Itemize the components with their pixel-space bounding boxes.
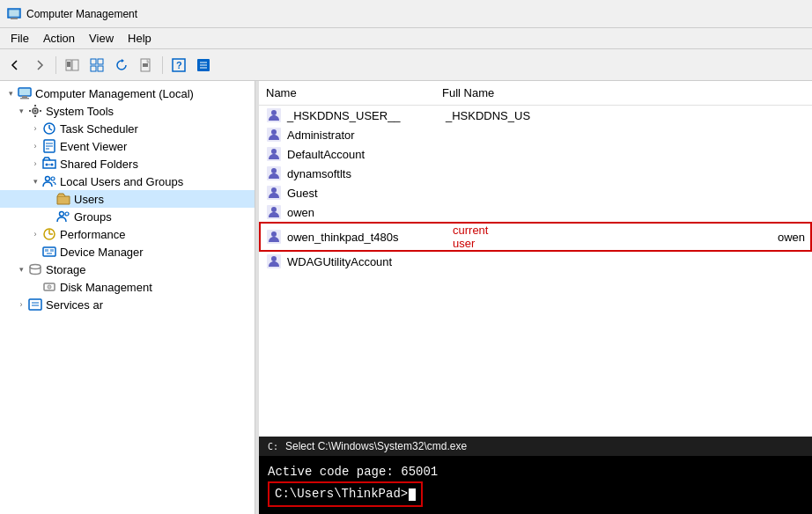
user-row-wdag[interactable]: WDAGUtilityAccount: [259, 252, 812, 271]
user-icon-default: [266, 146, 282, 162]
tree-item-local-users-groups[interactable]: ▾ Local Users and Groups: [0, 173, 255, 190]
back-button[interactable]: [4, 54, 26, 77]
device-manager-label: Device Manager: [60, 246, 144, 259]
tree-item-storage[interactable]: ▾ Storage: [0, 261, 255, 278]
shared-folders-label: Shared Folders: [60, 158, 138, 171]
storage-label: Storage: [46, 263, 86, 276]
svg-text:?: ?: [176, 60, 182, 70]
tree-item-root[interactable]: ▾ Computer Management (Local): [0, 84, 255, 102]
refresh-button[interactable]: [110, 54, 133, 77]
user-name-owen-thinkpad: owen_thinkpad_t480s: [287, 231, 446, 244]
svg-point-75: [271, 256, 277, 261]
svg-point-43: [51, 177, 55, 180]
computer-icon: [18, 86, 32, 100]
export-button[interactable]: [135, 54, 158, 77]
event-viewer-label: Event Viewer: [60, 140, 127, 153]
tree-item-performance[interactable]: › Performance: [0, 225, 255, 243]
cmd-icon: C:: [266, 439, 280, 453]
performance-icon: [42, 227, 56, 241]
svg-point-65: [271, 149, 277, 154]
user-row-owen-thinkpad[interactable]: owen_thinkpad_t480s current user owen: [259, 222, 812, 252]
local-users-groups-label: Local Users and Groups: [60, 175, 183, 188]
forward-button[interactable]: [28, 54, 51, 77]
user-row-owen[interactable]: owen: [259, 202, 812, 222]
cmd-title-bar[interactable]: C: Select C:\Windows\System32\cmd.exe: [259, 437, 812, 456]
svg-rect-5: [72, 60, 78, 70]
svg-rect-51: [50, 249, 54, 252]
toggle-services[interactable]: ›: [14, 297, 28, 312]
svg-rect-12: [98, 66, 103, 71]
tree-item-users[interactable]: › Users: [0, 190, 255, 208]
toggle-shared-folders[interactable]: ›: [28, 157, 42, 171]
svg-rect-11: [91, 66, 96, 71]
user-name-administrator: Administrator: [287, 128, 446, 142]
menu-bar: File Action View Help: [0, 28, 812, 49]
user-icon-administrator: [266, 127, 282, 143]
user-row-hskddns[interactable]: _HSKDDNS_USER__ _HSKDDNS_US: [259, 106, 812, 125]
svg-point-53: [30, 265, 41, 269]
menu-view[interactable]: View: [82, 30, 121, 47]
services-label: Services ar: [46, 298, 103, 312]
cmd-window: C: Select C:\Windows\System32\cmd.exe Ac…: [259, 437, 812, 514]
user-icon-dynamsoftlts: [266, 165, 282, 181]
help-button[interactable]: ?: [167, 54, 190, 77]
title-bar: Computer Management: [0, 0, 812, 28]
user-row-default[interactable]: DefaultAccount: [259, 144, 812, 164]
user-row-guest[interactable]: Guest: [259, 183, 812, 202]
user-name-owen: owen: [287, 206, 446, 219]
col-header-fullname[interactable]: Full Name: [442, 84, 618, 101]
svg-rect-2: [9, 10, 19, 17]
toggle-task-scheduler[interactable]: ›: [28, 121, 42, 136]
user-row-administrator[interactable]: Administrator: [259, 125, 812, 144]
users-label: Users: [74, 193, 104, 206]
show-scope-button[interactable]: [61, 54, 84, 77]
current-user-label: current user: [453, 224, 513, 250]
tree-item-shared-folders[interactable]: › Shared Folders: [0, 155, 255, 173]
tree-root: ▾ Computer Management (Local) ▾: [0, 81, 255, 317]
tree-panel[interactable]: ▾ Computer Management (Local) ▾: [0, 81, 255, 514]
properties-button[interactable]: [192, 54, 215, 77]
console-tree-button[interactable]: [85, 54, 108, 77]
user-name-wdag: WDAGUtilityAccount: [287, 255, 446, 268]
tree-item-groups[interactable]: › Groups: [0, 208, 255, 225]
tree-item-system-tools[interactable]: ▾ System Tools: [0, 102, 255, 120]
tree-item-disk-management[interactable]: Disk Management: [0, 278, 255, 296]
toolbar-separator-1: [55, 56, 56, 74]
column-headers: Name Full Name: [259, 81, 812, 106]
tree-item-services[interactable]: › Services ar: [0, 296, 255, 313]
toggle-root[interactable]: ▾: [4, 86, 18, 100]
menu-file[interactable]: File: [4, 30, 36, 47]
title-bar-text: Computer Management: [26, 8, 137, 20]
user-icon-owen-thinkpad: [266, 229, 282, 245]
svg-point-44: [60, 212, 64, 217]
col-header-name[interactable]: Name: [266, 84, 442, 101]
svg-rect-57: [29, 299, 41, 310]
app-icon: [7, 7, 21, 21]
toggle-performance[interactable]: ›: [28, 227, 42, 241]
toolbar-separator-2: [162, 56, 163, 74]
toggle-storage[interactable]: ▾: [14, 262, 28, 276]
tree-item-task-scheduler[interactable]: › Task Scheduler: [0, 120, 255, 137]
cmd-prompt-line[interactable]: C:\Users\ThinkPad>: [268, 481, 803, 507]
tree-item-event-viewer[interactable]: › Event Viewer: [0, 137, 255, 155]
storage-icon: [28, 262, 42, 276]
cmd-prompt-box[interactable]: C:\Users\ThinkPad>: [268, 481, 423, 507]
toggle-local-users[interactable]: ▾: [28, 174, 42, 188]
svg-point-45: [65, 212, 69, 216]
local-users-groups-icon: [42, 174, 56, 188]
tree-item-device-manager[interactable]: Device Manager: [0, 243, 255, 261]
task-scheduler-label: Task Scheduler: [60, 122, 138, 136]
svg-rect-25: [19, 89, 30, 95]
menu-help[interactable]: Help: [121, 30, 159, 47]
menu-action[interactable]: Action: [36, 30, 82, 47]
user-name-dynamsoftlts: dynamsoftlts: [287, 167, 446, 180]
toggle-system-tools[interactable]: ▾: [14, 104, 28, 118]
svg-point-73: [271, 231, 277, 237]
svg-point-67: [271, 168, 277, 173]
groups-icon: [56, 209, 70, 224]
cmd-prompt-text: C:\Users\ThinkPad>: [275, 485, 408, 503]
svg-rect-9: [91, 59, 96, 64]
user-row-dynamsoftlts[interactable]: dynamsoftlts: [259, 164, 812, 183]
svg-point-40: [51, 164, 54, 166]
toggle-event-viewer[interactable]: ›: [28, 139, 42, 153]
